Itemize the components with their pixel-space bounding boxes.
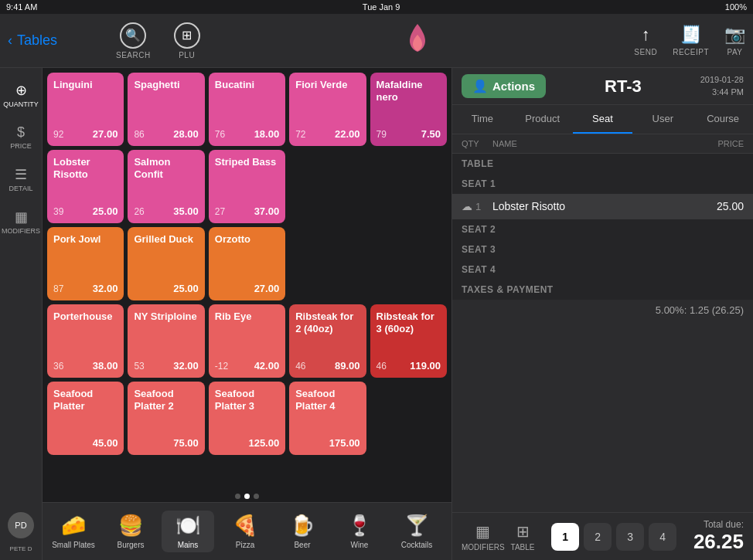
detail-icon: ☰ bbox=[15, 166, 27, 183]
menu-item-21[interactable]: Seafood Platter 2 75.00 bbox=[128, 382, 204, 455]
section-seat3: SEAT 3 bbox=[452, 239, 753, 260]
section-seat4: SEAT 4 bbox=[452, 260, 753, 280]
sidebar-item-detail[interactable]: ☰ DETAIL bbox=[2, 160, 40, 199]
quantity-label: QUANTITY bbox=[3, 101, 39, 109]
course-icon: ☁ bbox=[462, 200, 472, 212]
menu-item-10[interactable]: Pork Jowl 87 32.00 bbox=[47, 227, 124, 300]
actions-button[interactable]: 👤 Actions bbox=[462, 74, 546, 98]
tables-back-label[interactable]: Tables bbox=[17, 32, 57, 49]
logo-area bbox=[200, 22, 635, 59]
menu-item-16[interactable]: NY Striploine 53 32.00 bbox=[128, 304, 204, 378]
send-icon: ↑ bbox=[642, 25, 650, 45]
menu-item-6[interactable]: Salmon Confit 26 35.00 bbox=[128, 150, 204, 223]
menu-item-price-5: 25.00 bbox=[93, 205, 118, 217]
tab-time[interactable]: Time bbox=[452, 105, 513, 134]
menu-item-name-12: Orzotto bbox=[215, 233, 279, 246]
modifiers-icon: ▦ bbox=[15, 209, 28, 226]
category-wine[interactable]: 🍷 Wine bbox=[333, 511, 386, 552]
receipt-icon: 🧾 bbox=[680, 25, 701, 45]
menu-item-name-1: Spaghetti bbox=[134, 79, 198, 91]
category-label-cocktails: Cocktails bbox=[401, 541, 433, 549]
menu-item-7[interactable]: Striped Bass 27 37.00 bbox=[209, 150, 285, 223]
section-seat2: SEAT 2 bbox=[452, 219, 753, 239]
tax-line: 5.00%: 1.25 (26.25) bbox=[452, 300, 753, 321]
status-battery: 100% bbox=[725, 2, 747, 12]
menu-item-price-20: 45.00 bbox=[93, 437, 118, 449]
menu-item-4[interactable]: Mafaldine nero 79 7.50 bbox=[370, 73, 447, 146]
status-bar: 9:41 AM Tue Jan 9 100% bbox=[0, 0, 753, 14]
menu-item-qty-4: 79 bbox=[376, 129, 387, 140]
menu-item-price-1: 28.00 bbox=[173, 128, 199, 140]
plu-button[interactable]: ⊞ PLU bbox=[174, 22, 200, 59]
menu-item-5[interactable]: Lobster Risotto 39 25.00 bbox=[47, 150, 124, 223]
price-label: PRICE bbox=[10, 143, 32, 151]
menu-item-1[interactable]: Spaghetti 86 28.00 bbox=[128, 73, 204, 146]
category-small-plates[interactable]: 🧀 Small Plates bbox=[47, 511, 100, 552]
sidebar-item-price[interactable]: $ PRICE bbox=[2, 118, 40, 157]
order-column-headers: QTY NAME PRICE bbox=[452, 134, 753, 154]
menu-item-price-10: 32.00 bbox=[93, 283, 118, 294]
modifiers-bottom-button[interactable]: ▦ MODIFIERS bbox=[462, 522, 505, 552]
pay-button[interactable]: 📷 PAY bbox=[724, 25, 745, 56]
menu-grid: Linguini 92 27.00 Spaghetti 86 28.00 Buc… bbox=[47, 73, 447, 455]
menu-item-price-4: 7.50 bbox=[421, 128, 441, 140]
menu-item-11[interactable]: Grilled Duck 25.00 bbox=[128, 227, 204, 300]
menu-item-price-6: 35.00 bbox=[173, 205, 199, 217]
menu-item-18[interactable]: Ribsteak for 2 (40oz) 46 89.00 bbox=[289, 304, 366, 378]
menu-item-qty-6: 26 bbox=[134, 206, 144, 217]
user-avatar[interactable]: PD bbox=[8, 512, 34, 538]
menu-item-name-22: Seafood Platter 3 bbox=[215, 388, 279, 412]
category-mains[interactable]: 🍽️ Mains bbox=[162, 511, 214, 552]
back-nav[interactable]: ‹ Tables bbox=[8, 32, 101, 49]
order-row-lobster[interactable]: ☁ 1 Lobster Risotto 25.00 bbox=[452, 194, 753, 219]
menu-item-12[interactable]: Orzotto 27.00 bbox=[209, 227, 285, 300]
menu-item-name-2: Bucatini bbox=[215, 79, 279, 91]
send-button[interactable]: ↑ SEND bbox=[634, 25, 657, 56]
pay-icon: 📷 bbox=[724, 25, 745, 45]
menu-item-15[interactable]: Porterhouse 36 38.00 bbox=[47, 304, 124, 378]
menu-item-name-21: Seafood Platter 2 bbox=[134, 388, 198, 412]
menu-item-name-15: Porterhouse bbox=[53, 311, 118, 323]
category-beer[interactable]: 🍺 Beer bbox=[276, 511, 329, 552]
total-area: Total due: 26.25 bbox=[693, 519, 744, 554]
bottom-left-buttons: ▦ MODIFIERS ⊞ TABLE bbox=[462, 522, 535, 552]
category-pizza[interactable]: 🍕 Pizza bbox=[219, 511, 271, 552]
menu-item-20[interactable]: Seafood Platter 45.00 bbox=[47, 382, 124, 455]
order-row-qty: ☁ 1 bbox=[462, 200, 492, 212]
bottom-controls: ▦ MODIFIERS ⊞ TABLE 1 2 3 4 Total due: bbox=[462, 519, 744, 554]
seat-btn-2[interactable]: 2 bbox=[584, 523, 612, 551]
category-cocktails[interactable]: 🍸 Cocktails bbox=[390, 511, 443, 552]
receipt-button[interactable]: 🧾 RECEIPT bbox=[673, 25, 709, 56]
order-list: TABLE SEAT 1 ☁ 1 Lobster Risotto 25.00 S… bbox=[452, 154, 753, 512]
tab-user[interactable]: User bbox=[632, 105, 693, 134]
tab-course[interactable]: Course bbox=[693, 105, 753, 134]
header-name: NAME bbox=[492, 139, 697, 148]
category-burgers[interactable]: 🍔 Burgers bbox=[104, 511, 157, 552]
menu-item-23[interactable]: Seafood Platter 4 175.00 bbox=[289, 382, 366, 455]
category-icon-pizza: 🍕 bbox=[233, 514, 257, 538]
menu-item-17[interactable]: Rib Eye -12 42.00 bbox=[209, 304, 285, 378]
modifiers-bottom-icon: ▦ bbox=[475, 522, 490, 541]
menu-item-qty-16: 53 bbox=[134, 361, 144, 372]
seat-btn-3[interactable]: 3 bbox=[616, 523, 644, 551]
menu-item-name-20: Seafood Platter bbox=[53, 388, 118, 412]
menu-item-19[interactable]: Ribsteak for 3 (60oz) 46 119.00 bbox=[370, 304, 447, 378]
menu-item-8 bbox=[289, 150, 366, 223]
seat-btn-1[interactable]: 1 bbox=[551, 523, 579, 551]
seat-btn-4[interactable]: 4 bbox=[649, 523, 676, 551]
menu-item-price-21: 75.00 bbox=[173, 437, 199, 449]
menu-item-price-17: 42.00 bbox=[254, 360, 280, 372]
receipt-label: RECEIPT bbox=[673, 48, 709, 56]
menu-item-qty-7: 27 bbox=[215, 206, 225, 217]
sidebar-item-modifiers[interactable]: ▦ MODIFIERS bbox=[2, 202, 40, 242]
sidebar-item-quantity[interactable]: ⊕ QUANTITY bbox=[2, 76, 40, 115]
table-bottom-button[interactable]: ⊞ TABLE bbox=[511, 522, 535, 552]
tab-seat[interactable]: Seat bbox=[573, 105, 633, 134]
tab-product[interactable]: Product bbox=[513, 105, 573, 134]
menu-item-price-16: 32.00 bbox=[173, 360, 199, 372]
menu-item-2[interactable]: Bucatini 76 18.00 bbox=[209, 73, 285, 146]
menu-item-0[interactable]: Linguini 92 27.00 bbox=[47, 73, 124, 146]
search-button[interactable]: 🔍 SEARCH bbox=[116, 22, 151, 59]
menu-item-3[interactable]: Fiori Verde 72 22.00 bbox=[289, 73, 366, 146]
menu-item-22[interactable]: Seafood Platter 3 125.00 bbox=[209, 382, 285, 455]
